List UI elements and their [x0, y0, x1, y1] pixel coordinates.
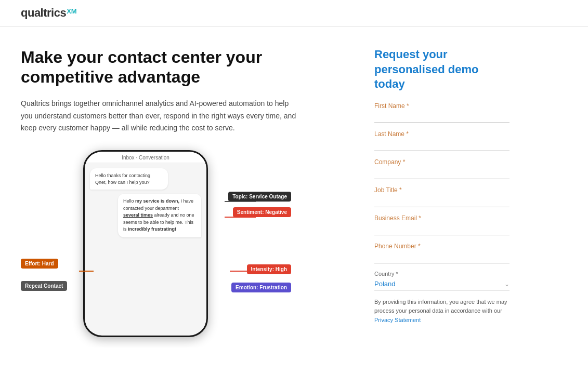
- sentiment-badge: Sentiment: Negative: [233, 207, 291, 217]
- first-name-field: First Name *: [374, 102, 509, 123]
- privacy-text: By providing this information, you agree…: [374, 298, 509, 325]
- chat-bubble-reply: Hello my service is down, I have contact…: [118, 194, 201, 237]
- company-field: Company *: [374, 158, 509, 179]
- last-name-input[interactable]: [374, 139, 509, 151]
- topic-badge: Topic: Service Outage: [228, 192, 291, 202]
- intensity-badge: Intensity: High: [247, 264, 291, 274]
- job-title-input[interactable]: [374, 195, 509, 207]
- description-text: Qualtrics brings together omnichannel an…: [21, 98, 302, 135]
- phone-number-label: Phone Number *: [374, 243, 509, 250]
- business-email-label: Business Email *: [374, 215, 509, 222]
- company-input[interactable]: [374, 167, 509, 179]
- privacy-link[interactable]: Privacy Statement: [374, 317, 421, 323]
- header: qualtricsXM: [0, 0, 588, 26]
- phone-device: Inbox · Conversation Hello thanks for co…: [83, 150, 208, 337]
- right-panel: Request your personalised demo today Fir…: [374, 47, 509, 337]
- phone-screen: Inbox · Conversation Hello thanks for co…: [85, 152, 206, 336]
- country-select-wrapper: Poland United Kingdom United States Germ…: [374, 278, 509, 290]
- left-panel: Make your contact center your competitiv…: [21, 47, 354, 337]
- logo: qualtricsXM: [21, 6, 77, 20]
- first-name-label: First Name *: [374, 102, 509, 110]
- phone-number-field: Phone Number *: [374, 243, 509, 263]
- phone-number-input[interactable]: [374, 251, 509, 263]
- connector-effort: [79, 271, 94, 272]
- country-field: Country * Poland United Kingdom United S…: [374, 271, 509, 290]
- logo-main-text: qualtrics: [21, 6, 66, 19]
- phone-header: Inbox · Conversation: [85, 152, 206, 163]
- connector-sentiment: [225, 217, 256, 218]
- emotion-badge: Emotion: Frustration: [231, 283, 291, 292]
- company-label: Company *: [374, 158, 509, 166]
- main-container: Make your contact center your competitiv…: [0, 26, 588, 347]
- main-heading: Make your contact center your competitiv…: [21, 47, 354, 87]
- phone-chat-body: Hello thanks for contacting Qnet, how ca…: [85, 163, 206, 243]
- effort-badge: Effort: Hard: [21, 259, 58, 269]
- business-email-input[interactable]: [374, 223, 509, 235]
- country-select[interactable]: Poland United Kingdom United States Germ…: [374, 278, 509, 290]
- business-email-field: Business Email *: [374, 215, 509, 235]
- last-name-field: Last Name *: [374, 130, 509, 151]
- first-name-input[interactable]: [374, 111, 509, 123]
- last-name-label: Last Name *: [374, 130, 509, 138]
- job-title-field: Job Title *: [374, 186, 509, 207]
- chat-bubble-greeting: Hello thanks for contacting Qnet, how ca…: [90, 168, 168, 190]
- connector-intensity: [230, 271, 256, 272]
- connector-emotion: [240, 289, 256, 290]
- form-heading: Request your personalised demo today: [374, 47, 509, 92]
- job-title-label: Job Title *: [374, 186, 509, 194]
- phone-mockup-area: Effort: Hard Repeat Contact Inbox · Conv…: [21, 150, 291, 337]
- logo-xm-text: XM: [67, 7, 77, 15]
- country-label: Country *: [374, 271, 509, 277]
- connector-topic: [225, 201, 256, 202]
- repeat-contact-badge: Repeat Contact: [21, 281, 67, 291]
